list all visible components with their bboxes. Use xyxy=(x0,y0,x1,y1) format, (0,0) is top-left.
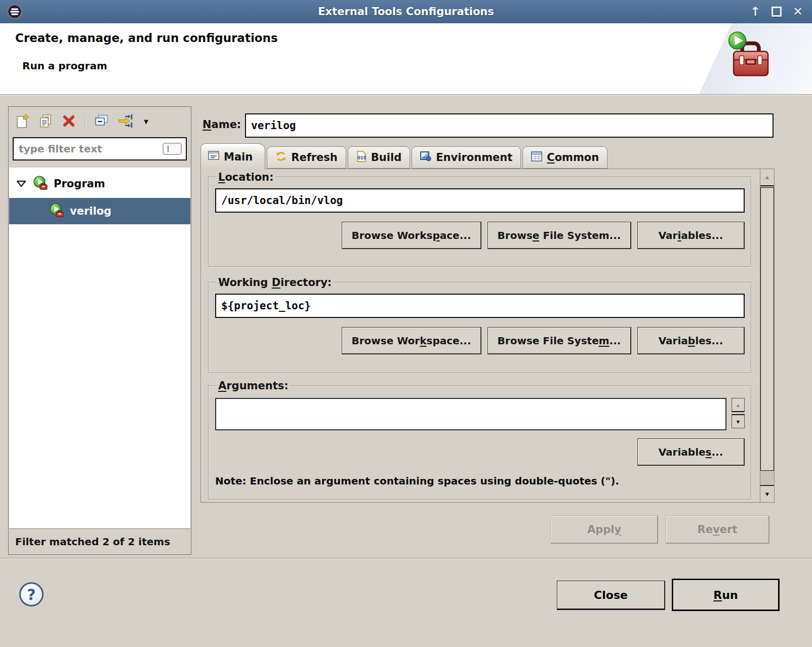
scroll-down-icon[interactable]: ▼ xyxy=(732,414,745,428)
tab-label: Main xyxy=(224,151,253,163)
refresh-icon xyxy=(275,151,287,165)
run-configuration-icon xyxy=(33,176,48,192)
dropdown-caret-icon: ▾ xyxy=(144,116,148,127)
tab-common[interactable]: Common xyxy=(522,146,607,169)
location-input[interactable] xyxy=(215,188,745,213)
header-divider xyxy=(0,94,812,95)
working-directory-input[interactable] xyxy=(215,294,745,318)
help-icon[interactable]: ? xyxy=(19,582,44,606)
external-tools-toolbox-icon xyxy=(723,29,777,83)
scroll-up-icon[interactable]: ▲ xyxy=(760,169,774,186)
filter-box xyxy=(13,137,187,160)
scroll-down-icon[interactable]: ▼ xyxy=(760,485,774,502)
tab-environment[interactable]: Environment xyxy=(412,146,521,169)
name-label: Name: xyxy=(202,118,241,131)
text-cursor-icon xyxy=(163,143,182,155)
working-directory-legend: Working Directory: xyxy=(216,276,334,289)
tree-item-label: Program xyxy=(54,178,105,190)
environment-icon xyxy=(420,151,431,164)
new-configuration-icon xyxy=(16,114,29,130)
sidebar-toolbar: ▾ xyxy=(9,107,191,136)
table-icon xyxy=(531,151,542,164)
tab-main[interactable]: Main xyxy=(200,143,265,170)
apply-button[interactable]: Apply xyxy=(551,515,658,544)
titlebar[interactable]: External Tools Configurations ↑ ✕ xyxy=(0,0,812,23)
scrollbar-thumb[interactable] xyxy=(760,187,774,471)
tab-label: Common xyxy=(547,151,599,164)
arguments-legend: Arguments: xyxy=(216,380,291,392)
configurations-tree: Program verilog xyxy=(9,168,190,528)
name-input[interactable] xyxy=(245,113,774,138)
filter-input[interactable] xyxy=(18,142,163,155)
tree-item-program[interactable]: Program xyxy=(9,171,190,197)
shade-window-icon[interactable]: ↑ xyxy=(750,6,760,18)
location-variables-button[interactable]: Variables... xyxy=(637,222,745,249)
expander-icon[interactable] xyxy=(16,178,26,190)
browse-file-system-button[interactable]: Browse File System... xyxy=(488,222,631,249)
tab-label: Refresh xyxy=(291,151,338,164)
delete-configuration-button[interactable] xyxy=(61,113,76,130)
dialog-header: Create, manage, and run configurations R… xyxy=(0,23,812,94)
tab-build[interactable]: 010 Build xyxy=(348,146,410,169)
close-button[interactable]: Close xyxy=(557,581,665,610)
run-configuration-icon xyxy=(50,203,64,220)
working-directory-group: Working Directory: Browse Workspace... B… xyxy=(208,276,752,374)
location-legend: Location: xyxy=(216,171,275,183)
working-directory-variables-button[interactable]: Variables... xyxy=(637,327,745,354)
tab-label: Build xyxy=(371,151,401,164)
copy-icon xyxy=(38,114,53,130)
tab-bar: Main Refresh 010 Build xyxy=(200,143,609,170)
tab-refresh[interactable]: Refresh xyxy=(267,146,346,169)
arguments-scrollbar: ▲ ▼ xyxy=(732,398,745,430)
window-title: External Tools Configurations xyxy=(0,6,812,18)
tree-item-verilog[interactable]: verilog xyxy=(9,198,190,224)
configuration-form: Name: Main Ref xyxy=(197,106,775,555)
footer-divider xyxy=(0,558,812,558)
filter-status-text: Filter matched 2 of 2 items xyxy=(9,529,190,554)
arguments-note: Note: Enclose an argument containing spa… xyxy=(215,475,745,487)
toolbar-separator xyxy=(85,113,86,130)
collapse-all-button[interactable] xyxy=(93,113,109,130)
tree-item-label: verilog xyxy=(70,205,111,217)
dialog-heading: Create, manage, and run configurations xyxy=(15,31,278,45)
dialog-subheading: Run a program xyxy=(22,60,107,72)
run-button[interactable]: Run xyxy=(672,579,780,611)
filter-icon xyxy=(118,114,134,130)
eclipse-logo-icon xyxy=(7,4,22,19)
duplicate-configuration-button[interactable] xyxy=(37,113,54,131)
build-icon: 010 xyxy=(356,151,367,165)
delete-icon xyxy=(62,114,75,129)
tab-label: Environment xyxy=(436,151,512,164)
location-group: Location: Browse Workspace... Browse Fil… xyxy=(208,171,752,267)
main-tab-content: Location: Browse Workspace... Browse Fil… xyxy=(200,169,775,503)
browse-workspace-button[interactable]: Browse Workspace... xyxy=(342,222,481,249)
browse-file-system-button[interactable]: Browse File System... xyxy=(488,327,631,354)
maximize-icon[interactable] xyxy=(772,7,782,17)
revert-button[interactable]: Revert xyxy=(666,515,769,544)
arguments-variables-button[interactable]: Variables... xyxy=(637,438,745,466)
arguments-group: Arguments: ▲ ▼ Variables... Note: Enclos… xyxy=(208,380,752,500)
form-icon xyxy=(208,150,219,163)
svg-text:010: 010 xyxy=(357,156,366,160)
arguments-textarea[interactable] xyxy=(215,398,726,430)
collapse-all-icon xyxy=(94,114,108,129)
toolbar-menu-button[interactable]: ▾ xyxy=(143,115,149,128)
browse-workspace-button[interactable]: Browse Workspace... xyxy=(342,327,481,354)
content-scrollbar[interactable]: ▲ ▼ xyxy=(760,169,774,502)
scroll-up-icon[interactable]: ▲ xyxy=(732,398,745,412)
config-sidebar: ▾ xyxy=(8,106,191,555)
close-window-icon[interactable]: ✕ xyxy=(793,6,803,18)
filter-configurations-button[interactable] xyxy=(117,113,135,131)
new-configuration-button[interactable] xyxy=(15,113,30,131)
